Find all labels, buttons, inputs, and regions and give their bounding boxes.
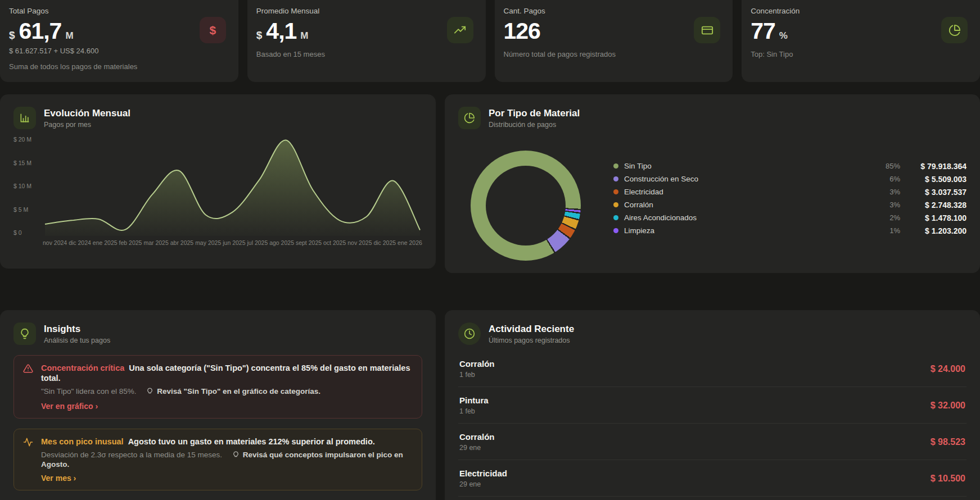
insight-pico-inusual: Mes con pico inusualAgosto tuvo un gasto… — [13, 429, 422, 490]
legend-percent: 3% — [866, 188, 900, 196]
bottom-row: Insights Análisis de tus pagos Concentra… — [0, 310, 980, 500]
payment-category: Pintura — [459, 396, 489, 405]
by-type-panel: Por Tipo de Material Distribución de pag… — [445, 94, 980, 273]
legend-value: $ 79.918.364 — [900, 162, 967, 171]
panel-subtitle: Análisis de tus pagos — [44, 337, 110, 344]
lightbulb-icon — [13, 322, 36, 345]
area-chart-svg[interactable] — [43, 135, 422, 236]
panel-title: Evolución Mensual — [44, 108, 130, 119]
stat-value-row: $ 4,1 M — [256, 20, 473, 43]
stat-card-cant-pagos: Cant. Pagos 126 Número total de pagos re… — [495, 0, 733, 82]
alert-triangle-icon — [23, 363, 33, 374]
legend-label: Aires Acondicionados — [624, 213, 697, 222]
stat-value: 61,7 — [19, 20, 62, 43]
payment-amount: $ 32.000 — [931, 401, 965, 411]
donut-chart-area: Sin Tipo 85% $ 79.918.364 Construcción e… — [458, 129, 967, 261]
y-tick: $ 5 M — [13, 206, 43, 213]
stat-value: 77 — [751, 20, 775, 43]
payment-amount: $ 10.500 — [931, 474, 965, 484]
legend-row: Corralón 3% $ 2.748.328 — [613, 198, 967, 211]
x-tick: dic 2024 — [69, 239, 91, 246]
stat-unit: M — [65, 30, 73, 42]
legend-percent: 3% — [866, 201, 900, 209]
x-tick: mar 2025 — [143, 239, 168, 246]
stat-unit: M — [300, 30, 308, 42]
donut-legend: Sin Tipo 85% $ 79.918.364 Construcción e… — [613, 160, 967, 237]
x-tick: jul 2025 — [247, 239, 268, 246]
stat-value: 126 — [504, 20, 540, 43]
stat-description: Número total de pagos registrados — [504, 50, 721, 58]
legend-row: Electricidad 3% $ 3.037.537 — [613, 185, 967, 198]
insights-panel: Insights Análisis de tus pagos Concentra… — [0, 310, 436, 500]
payment-amount: $ 24.000 — [931, 364, 965, 374]
legend-dot — [613, 163, 618, 169]
x-tick: jun 2025 — [223, 239, 245, 246]
pie-chart-icon — [941, 17, 968, 43]
stat-label: Promedio Mensual — [256, 7, 473, 15]
stat-unit: % — [779, 30, 788, 42]
panel-subtitle: Distribución de pagos — [489, 121, 580, 129]
activity-row: Aires Acondicionados — [458, 497, 967, 500]
trending-up-icon — [447, 17, 473, 43]
legend-value: $ 3.037.537 — [900, 188, 967, 197]
stat-description: Basado en 15 meses — [256, 50, 473, 58]
ver-en-grafico-link[interactable]: Ver en gráfico › — [41, 402, 98, 411]
panel-subtitle: Pagos por mes — [44, 121, 130, 129]
legend-dot — [613, 189, 618, 194]
x-tick: nov 2025 — [347, 239, 372, 246]
stat-label: Concentración — [751, 7, 968, 15]
stat-value-row: 126 — [504, 20, 721, 43]
y-tick: $ 10 M — [13, 183, 43, 189]
legend-label: Sin Tipo — [624, 162, 652, 170]
bar-chart-icon — [13, 107, 36, 129]
pie-chart-icon — [458, 107, 481, 129]
panel-title: Actividad Reciente — [489, 324, 574, 335]
stat-cards-row: Total Pagos $ 61,7 M $ 61.627.517 + US$ … — [0, 0, 980, 82]
legend-dot — [613, 176, 618, 181]
x-tick: dic 2025 — [373, 239, 396, 246]
payment-category: Electricidad — [459, 469, 507, 478]
stat-card-total-pagos: Total Pagos $ 61,7 M $ 61.627.517 + US$ … — [0, 0, 238, 82]
clock-icon — [458, 322, 481, 345]
activity-icon — [23, 437, 33, 447]
stat-card-concentracion: Concentración 77 % Top: Sin Tipo — [742, 0, 980, 82]
stat-label: Cant. Pagos — [504, 7, 721, 15]
ver-mes-link[interactable]: Ver mes › — [41, 474, 76, 483]
legend-label: Corralón — [624, 201, 653, 209]
evolution-header: Evolución Mensual Pagos por mes — [13, 107, 422, 129]
y-tick: $ 15 M — [13, 160, 43, 166]
credit-card-icon — [694, 17, 720, 43]
currency-prefix: $ — [9, 29, 15, 42]
by-type-header: Por Tipo de Material Distribución de pag… — [458, 107, 967, 129]
panel-subtitle: Últimos pagos registrados — [489, 337, 574, 344]
activity-header: Actividad Reciente Últimos pagos registr… — [458, 322, 967, 345]
stat-value-row: $ 61,7 M — [9, 20, 226, 43]
legend-percent: 85% — [866, 162, 900, 170]
activity-row: Corralón 29 ene $ 98.523 — [458, 424, 967, 460]
payment-date: 1 feb — [459, 407, 489, 415]
payment-date: 29 ene — [459, 480, 507, 488]
activity-row: Electricidad 29 ene $ 10.500 — [458, 460, 967, 497]
stat-description: Suma de todos los pagos de materiales — [9, 62, 226, 71]
legend-dot — [613, 202, 618, 207]
evolution-panel: Evolución Mensual Pagos por mes $ 20 M $… — [0, 94, 436, 269]
x-tick: feb 2025 — [119, 239, 142, 246]
panel-title: Insights — [44, 324, 110, 335]
donut-chart[interactable] — [471, 151, 581, 261]
stat-breakdown: $ 61.627.517 + US$ 24.600 — [9, 47, 226, 55]
area-fill — [45, 140, 420, 236]
stat-value: 4,1 — [266, 20, 296, 43]
area-chart-plot[interactable]: nov 2024 dic 2024 ene 2025 feb 2025 mar … — [43, 135, 422, 246]
activity-row: Pintura 1 feb $ 32.000 — [458, 387, 967, 424]
x-tick: may 2025 — [195, 239, 221, 246]
legend-label: Electricidad — [624, 188, 663, 196]
stat-label: Total Pagos — [9, 7, 226, 15]
x-tick: sept 2025 — [296, 239, 322, 246]
y-axis-labels: $ 20 M $ 15 M $ 10 M $ 5 M $ 0 — [13, 135, 43, 236]
legend-value: $ 1.203.200 — [900, 226, 967, 235]
activity-list: Corralón 1 feb $ 24.000 Pintura 1 feb $ … — [458, 351, 967, 500]
stat-card-promedio-mensual: Promedio Mensual $ 4,1 M Basado en 15 me… — [247, 0, 486, 82]
activity-row: Corralón 1 feb $ 24.000 — [458, 351, 967, 387]
activity-panel: Actividad Reciente Últimos pagos registr… — [445, 310, 980, 500]
legend-value: $ 2.748.328 — [900, 201, 967, 210]
